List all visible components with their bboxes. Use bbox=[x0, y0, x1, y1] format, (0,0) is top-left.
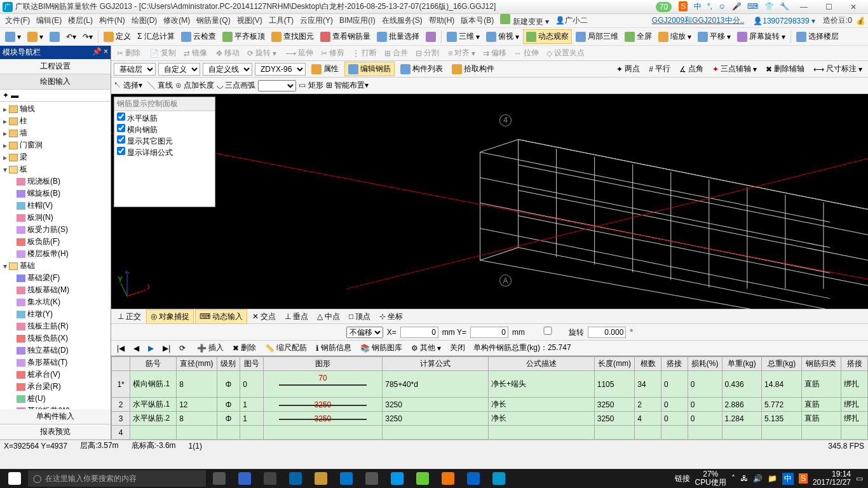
tree-node[interactable]: 基础板带(W) bbox=[1, 405, 109, 409]
copy-button[interactable]: 📄 复制 bbox=[146, 46, 179, 60]
grid-header[interactable]: 直径(mm) bbox=[177, 357, 217, 371]
minimize-button[interactable]: — bbox=[791, 3, 817, 11]
menu-tool[interactable]: 工具(T) bbox=[266, 14, 296, 27]
rebar-lib-button[interactable]: 📚 钢筋图库 bbox=[357, 341, 405, 355]
arc-mode-select[interactable] bbox=[258, 80, 296, 92]
perp-button[interactable]: ⊥ 垂点 bbox=[281, 310, 312, 323]
stretch-button[interactable]: ↔ 拉伸 bbox=[511, 46, 542, 60]
tree-node[interactable]: 集水坑(K) bbox=[1, 296, 109, 308]
component-tree[interactable]: ▸轴线▸柱▸墙▸门窗洞▸梁▾板现浇板(B)螺旋板(B)柱帽(V)板洞(N)板受力… bbox=[0, 102, 111, 409]
cell-cnt[interactable]: 34 bbox=[635, 371, 661, 398]
help-link[interactable]: GGJ2009和GGJ2013中分.. bbox=[652, 15, 744, 26]
user-small[interactable]: 👤广小二 bbox=[553, 14, 590, 27]
grid-header[interactable]: 级别 bbox=[217, 357, 240, 371]
mirror-button[interactable]: ⇄ 镜像 bbox=[180, 46, 210, 60]
category-select[interactable]: 自定义 bbox=[158, 63, 200, 76]
tray-up-icon[interactable]: ˄ bbox=[731, 474, 735, 483]
ime-keyboard-icon[interactable]: ⌨ bbox=[747, 2, 758, 11]
tree-node[interactable]: 柱帽(V) bbox=[1, 200, 109, 212]
refresh-button[interactable]: ⟳ bbox=[176, 342, 189, 354]
menu-floor[interactable]: 楼层(L) bbox=[65, 14, 95, 27]
cell-loss[interactable]: 0 bbox=[688, 371, 722, 398]
task-app6[interactable] bbox=[360, 469, 384, 488]
cell-desc[interactable]: 净长 bbox=[489, 398, 595, 412]
cell-lap[interactable]: 0 bbox=[661, 412, 688, 426]
task-app2[interactable] bbox=[258, 469, 282, 488]
cell-fig[interactable]: 1 bbox=[240, 412, 263, 426]
grid-header[interactable]: 根数 bbox=[635, 357, 661, 371]
undo-button[interactable]: ↶▾ bbox=[64, 31, 79, 43]
dimension-button[interactable]: ⟷ 尺寸标注▾ bbox=[810, 62, 865, 76]
tree-node[interactable]: ▸轴线 bbox=[1, 103, 109, 115]
tree-node[interactable]: 筏板基础(M) bbox=[1, 284, 109, 296]
batch-select-button[interactable]: 批量选择 bbox=[374, 30, 422, 43]
tray-folder-icon[interactable]: 📁 bbox=[768, 474, 777, 483]
ortho-button[interactable]: ⊥ 正交 bbox=[114, 310, 145, 323]
tray-sogou-icon[interactable]: S bbox=[799, 473, 808, 484]
start-button[interactable] bbox=[3, 469, 27, 488]
rotate-button[interactable]: ⟳ 旋转▾ bbox=[244, 46, 280, 60]
tray-vol-icon[interactable]: 🔊 bbox=[753, 474, 763, 483]
rebar-qty-button[interactable]: 查看钢筋量 bbox=[318, 30, 373, 43]
screen-rotate-button[interactable]: 屏幕旋转▾ bbox=[735, 30, 788, 43]
cell-lvl[interactable]: Φ bbox=[217, 412, 240, 426]
cell-cls[interactable]: 直筋 bbox=[801, 412, 841, 426]
expand-icon[interactable]: ✦ bbox=[3, 91, 9, 100]
cell-lp[interactable]: 绑扎 bbox=[841, 371, 868, 398]
task-app9[interactable] bbox=[436, 469, 460, 488]
cell-lvl[interactable]: Φ bbox=[217, 371, 240, 398]
tree-node[interactable]: 承台梁(R) bbox=[1, 381, 109, 393]
line-button[interactable]: ╲ 直线 bbox=[147, 80, 172, 91]
task-app8[interactable] bbox=[410, 469, 435, 488]
local-3d-button[interactable]: 局部三维 bbox=[573, 30, 621, 43]
tray-clock[interactable]: 19:142017/12/27 bbox=[813, 470, 851, 487]
grid-header[interactable] bbox=[112, 357, 130, 371]
zoom-button[interactable]: 缩放▾ bbox=[656, 30, 694, 43]
rect-button[interactable]: ▭ 矩形 bbox=[299, 80, 323, 91]
select-floor-button[interactable]: 选择楼层 bbox=[794, 30, 841, 43]
tree-node[interactable]: 板洞(N) bbox=[1, 212, 109, 224]
cell-tw[interactable]: 5.135 bbox=[762, 412, 802, 426]
cell-cnt[interactable]: 4 bbox=[635, 412, 661, 426]
menu-modify[interactable]: 修改(M) bbox=[161, 14, 193, 27]
cell-fig[interactable]: 1 bbox=[240, 398, 263, 412]
merge-button[interactable]: ⊞ 合并 bbox=[381, 46, 411, 60]
insert-row-button[interactable]: ➕ 插入 bbox=[194, 341, 227, 355]
rebar-info-button[interactable]: ℹ 钢筋信息 bbox=[313, 341, 355, 355]
nav-last-button[interactable]: ▶| bbox=[159, 342, 173, 354]
tray-net-icon[interactable]: 🖧 bbox=[740, 474, 748, 483]
tree-node[interactable]: 桩承台(V) bbox=[1, 369, 109, 381]
cell-name[interactable]: 水平纵筋.2 bbox=[130, 412, 177, 426]
tree-node[interactable]: 螺旋板(B) bbox=[1, 187, 109, 200]
tab-project-setup[interactable]: 工程设置 bbox=[0, 59, 111, 74]
tree-node[interactable]: 筏板主筋(R) bbox=[1, 320, 109, 332]
user-phone[interactable]: 👤13907298339 ▾ bbox=[753, 17, 815, 25]
grid-header[interactable]: 筋号 bbox=[130, 357, 177, 371]
cell-dia[interactable]: 12 bbox=[177, 398, 217, 412]
cell-formula[interactable]: 3250 bbox=[383, 412, 489, 426]
menu-edit[interactable]: 编辑(E) bbox=[34, 14, 64, 27]
topview-button[interactable]: 俯视▾ bbox=[484, 30, 522, 43]
cell-name[interactable]: 水平纵筋.1 bbox=[130, 398, 177, 412]
cell-dia[interactable]: 8 bbox=[177, 412, 217, 426]
menu-member[interactable]: 构件(N) bbox=[97, 14, 128, 27]
nav-first-button[interactable]: |◀ bbox=[114, 342, 128, 354]
task-app11[interactable] bbox=[487, 469, 511, 488]
cell-tw[interactable]: 14.84 bbox=[762, 371, 802, 398]
menu-rebar[interactable]: 钢筋量(Q) bbox=[194, 14, 233, 27]
tree-node[interactable]: ▾基础 bbox=[1, 260, 109, 272]
floor-select[interactable]: 基础层 bbox=[114, 63, 156, 76]
rebar-grid[interactable]: 筋号直径(mm)级别图号图形计算公式公式描述长度(mm)根数搭接损耗(%)单重(… bbox=[111, 356, 868, 440]
grip-button[interactable]: ◇ 设置夹点 bbox=[543, 46, 588, 60]
code-select[interactable]: ZDYX-96 bbox=[255, 63, 306, 76]
offset-mode-select[interactable]: 不偏移 bbox=[346, 327, 383, 338]
smart-layout-button[interactable]: ⊞ 智能布置▾ bbox=[326, 80, 369, 91]
row-num[interactable]: 3 bbox=[112, 412, 130, 426]
pick-member-button[interactable]: 拾取构件 bbox=[449, 62, 498, 76]
cell-len[interactable]: 3250 bbox=[594, 398, 635, 412]
tree-node[interactable]: ▸梁 bbox=[1, 151, 109, 163]
cell-cls[interactable]: 直筋 bbox=[801, 398, 841, 412]
delete-row-button[interactable]: ✖ 删除 bbox=[229, 341, 259, 355]
extend-button[interactable]: ⟶ 延伸 bbox=[282, 46, 316, 60]
type-select[interactable]: 自定义线 bbox=[203, 63, 252, 76]
